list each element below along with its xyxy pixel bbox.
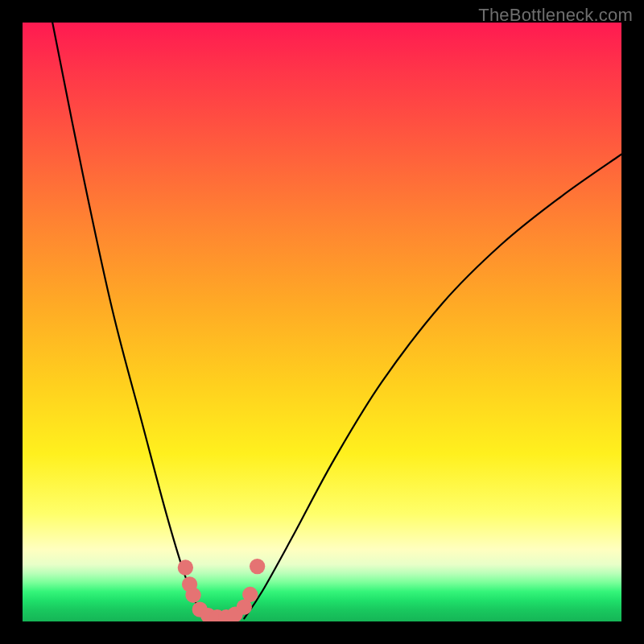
marker-dots	[178, 559, 266, 621]
chart-stage: TheBottleneck.com	[0, 0, 644, 644]
marker-dot	[185, 588, 200, 603]
watermark-text: TheBottleneck.com	[478, 5, 633, 26]
curves-layer	[23, 23, 621, 621]
marker-dot	[242, 587, 258, 602]
left-curve	[52, 23, 205, 618]
marker-dot	[250, 559, 265, 574]
plot-area	[23, 23, 621, 621]
right-curve	[244, 155, 621, 619]
marker-dot	[178, 559, 193, 575]
